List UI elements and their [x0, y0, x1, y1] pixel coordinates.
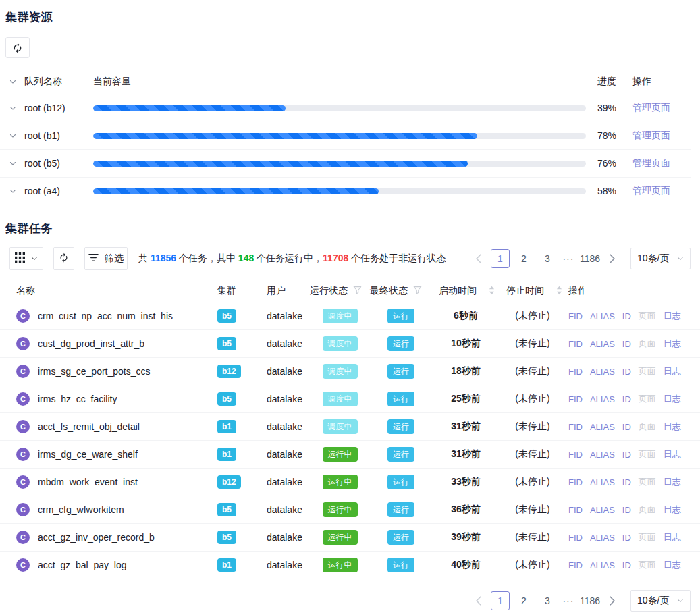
task-name: mbdm_work_event_inst [38, 477, 138, 487]
alias-link[interactable]: ALIAS [590, 450, 615, 460]
chevron-down-icon[interactable] [8, 103, 18, 113]
fid-link[interactable]: FID [568, 367, 583, 377]
log-link[interactable]: 日志 [664, 504, 681, 516]
resources-section-title: 集群资源 [0, 9, 700, 25]
page-number-current[interactable]: 1 [491, 249, 510, 268]
progress-percent: 78% [597, 130, 632, 141]
chevron-down-icon [31, 253, 38, 264]
next-page-icon[interactable] [605, 249, 620, 268]
chevron-down-icon[interactable] [8, 131, 18, 140]
cluster-badge: b5 [217, 503, 236, 516]
resources-refresh-button[interactable] [5, 37, 30, 58]
alias-link[interactable]: ALIAS [590, 505, 615, 515]
log-link[interactable]: 日志 [664, 365, 681, 377]
final-status-badge: 运行 [387, 530, 414, 545]
fid-link[interactable]: FID [568, 533, 583, 543]
id-link[interactable]: ID [622, 533, 631, 543]
run-status-badge: 运行中 [323, 502, 358, 517]
id-link[interactable]: ID [622, 394, 631, 404]
cluster-badge: b5 [217, 392, 236, 406]
page-number[interactable]: 2 [514, 249, 533, 268]
manage-page-link[interactable]: 管理页面 [632, 130, 670, 140]
column-settings-button[interactable] [9, 247, 43, 270]
page-size-select[interactable]: 10条/页 [630, 590, 691, 612]
fid-link[interactable]: FID [568, 560, 583, 570]
page-number[interactable]: 3 [538, 591, 557, 610]
page-ellipsis[interactable]: ··· [562, 253, 575, 264]
header-actions: 操作 [632, 76, 691, 88]
tasks-summary: 共 11856 个任务，其中 148 个任务运行中，11708 个任务处于非运行… [138, 252, 446, 265]
log-link[interactable]: 日志 [664, 393, 681, 405]
final-status-badge: 运行 [387, 447, 414, 462]
progress-fill [93, 105, 286, 111]
header-final-status: 最终状态 [370, 285, 408, 297]
id-link[interactable]: ID [622, 477, 631, 487]
manage-page-link[interactable]: 管理页面 [632, 157, 670, 168]
prev-page-icon[interactable] [471, 591, 486, 610]
page-number[interactable]: 2 [514, 591, 533, 610]
page-number[interactable]: 3 [538, 249, 557, 268]
chevron-down-icon[interactable] [8, 186, 18, 196]
log-link[interactable]: 日志 [664, 559, 681, 571]
filter-button[interactable]: 筛选 [84, 247, 128, 270]
run-status-badge: 调度中 [323, 336, 358, 351]
id-link[interactable]: ID [622, 422, 631, 432]
page-number-last[interactable]: 1186 [580, 249, 600, 268]
funnel-filter-icon[interactable] [413, 286, 422, 296]
table-row: C mbdm_work_event_inst b12 datalake 运行中 … [0, 469, 700, 496]
page-ellipsis[interactable]: ··· [562, 595, 575, 606]
page-number-current[interactable]: 1 [491, 591, 510, 610]
avatar: C [16, 337, 30, 350]
alias-link[interactable]: ALIAS [590, 533, 615, 543]
fid-link[interactable]: FID [568, 477, 583, 487]
sort-icon[interactable] [489, 286, 495, 297]
funnel-filter-icon[interactable] [353, 286, 362, 296]
alias-link[interactable]: ALIAS [590, 477, 615, 487]
sort-icon[interactable] [556, 286, 562, 297]
manage-page-link[interactable]: 管理页面 [632, 102, 670, 113]
alias-link[interactable]: ALIAS [590, 394, 615, 404]
log-link[interactable]: 日志 [664, 310, 681, 322]
log-link[interactable]: 日志 [664, 531, 681, 543]
log-link[interactable]: 日志 [664, 448, 681, 460]
id-link[interactable]: ID [622, 311, 631, 321]
table-row: C irms_sg_ce_port_pots_ccs b12 datalake … [0, 358, 700, 385]
fid-link[interactable]: FID [568, 311, 583, 321]
alias-link[interactable]: ALIAS [590, 422, 615, 432]
alias-link[interactable]: ALIAS [590, 339, 615, 349]
log-link[interactable]: 日志 [664, 338, 681, 350]
avatar: C [16, 448, 30, 461]
id-link[interactable]: ID [622, 505, 631, 515]
fid-link[interactable]: FID [568, 505, 583, 515]
start-time: 18秒前 [432, 365, 500, 377]
expand-all-chevron-down-icon[interactable] [8, 77, 18, 86]
fid-link[interactable]: FID [568, 339, 583, 349]
header-progress: 进度 [597, 76, 632, 88]
refresh-icon [12, 43, 23, 53]
chevron-down-icon[interactable] [8, 159, 18, 168]
page-link: 页面 [639, 338, 656, 350]
stop-time: (未停止) [500, 531, 566, 543]
manage-page-link[interactable]: 管理页面 [632, 185, 670, 196]
log-link[interactable]: 日志 [664, 476, 681, 488]
queue-row: root (b5) 76% 管理页面 [0, 150, 691, 178]
page-number-last[interactable]: 1186 [580, 591, 600, 610]
fid-link[interactable]: FID [568, 450, 583, 460]
page-size-select[interactable]: 10条/页 [630, 248, 691, 269]
next-page-icon[interactable] [605, 591, 620, 610]
alias-link[interactable]: ALIAS [590, 367, 615, 377]
avatar: C [16, 420, 30, 433]
alias-link[interactable]: ALIAS [590, 311, 615, 321]
queue-row: root (b12) 39% 管理页面 [0, 95, 691, 122]
fid-link[interactable]: FID [568, 422, 583, 432]
stop-time: (未停止) [500, 393, 566, 405]
id-link[interactable]: ID [622, 450, 631, 460]
fid-link[interactable]: FID [568, 394, 583, 404]
log-link[interactable]: 日志 [664, 421, 681, 433]
tasks-refresh-button[interactable] [53, 247, 74, 270]
id-link[interactable]: ID [622, 560, 631, 570]
id-link[interactable]: ID [622, 367, 631, 377]
id-link[interactable]: ID [622, 339, 631, 349]
alias-link[interactable]: ALIAS [590, 560, 615, 570]
prev-page-icon[interactable] [471, 249, 486, 268]
